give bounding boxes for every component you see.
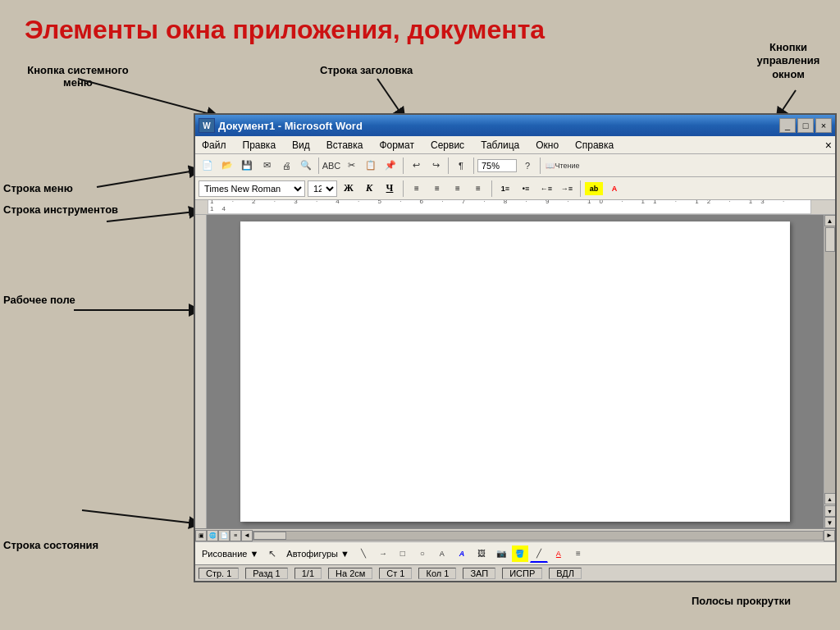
minimize-button[interactable]: _	[779, 118, 796, 133]
menu-window[interactable]: Окно	[532, 138, 562, 153]
hscroll-row: ▣ 🌐 📄 ≡ ◄ ►	[195, 528, 835, 541]
bullets-button[interactable]: •≡	[517, 180, 535, 198]
fill-color-tool[interactable]: 🪣	[512, 546, 528, 562]
copy-button[interactable]: 📋	[362, 157, 380, 175]
textbox-tool[interactable]: A	[433, 545, 451, 563]
paste-button[interactable]: 📌	[381, 157, 399, 175]
horizontal-scroll-thumb[interactable]	[253, 532, 286, 540]
window-controls-label: Кнопки управления окном	[743, 41, 833, 81]
wordart-tool[interactable]: A	[453, 545, 471, 563]
status-page: Стр. 1	[199, 568, 239, 579]
separator-4	[473, 158, 474, 174]
format-mark-button[interactable]: ¶	[452, 157, 470, 175]
scroll-down-button[interactable]: ▼	[824, 517, 836, 528]
indent-decrease-button[interactable]: ←≡	[537, 180, 555, 198]
view-layout-button[interactable]: 📄	[218, 530, 230, 541]
status-pages: 1/1	[294, 568, 322, 579]
menu-tools[interactable]: Сервис	[427, 138, 468, 153]
arrow-tool[interactable]: →	[374, 545, 392, 563]
status-line: Ст 1	[379, 568, 412, 579]
menu-insert[interactable]: Вставка	[323, 138, 367, 153]
image-tool[interactable]: 📷	[492, 545, 510, 563]
menu-table[interactable]: Таблица	[477, 138, 523, 153]
justify-button[interactable]: ≡	[469, 180, 487, 198]
zoom-select[interactable]: 75%	[477, 159, 517, 172]
title-bar: W Документ1 - Microsoft Word _ □ ×	[195, 115, 835, 136]
window-title: Документ1 - Microsoft Word	[218, 120, 779, 132]
preview-button[interactable]: 🔍	[297, 157, 315, 175]
menu-help[interactable]: Справка	[572, 138, 617, 153]
highlight-button[interactable]: ab	[585, 182, 603, 195]
font-select[interactable]: Times New Roman	[199, 180, 305, 197]
autoshapes-button[interactable]: Автофигуры ▼	[283, 547, 353, 560]
view-outline-button[interactable]: ≡	[230, 530, 241, 541]
open-button[interactable]: 📂	[218, 157, 236, 175]
menu-close-icon[interactable]: ×	[825, 139, 832, 152]
menu-bar-label: Строка меню	[3, 182, 73, 194]
horizontal-scroll-track[interactable]	[253, 531, 824, 541]
window-control-buttons[interactable]: _ □ ×	[779, 118, 832, 133]
reading-button[interactable]: 📖Чтение	[544, 157, 582, 175]
font-color-button[interactable]: A	[605, 180, 623, 198]
email-button[interactable]: ✉	[258, 157, 276, 175]
scroll-thumb-v[interactable]	[825, 227, 835, 252]
page-down-button[interactable]: ▼	[824, 505, 836, 517]
font-color-tool[interactable]: A	[550, 545, 568, 563]
scroll-left-button[interactable]: ◄	[241, 530, 253, 541]
menu-edit[interactable]: Правка	[240, 138, 280, 153]
undo-button[interactable]: ↩	[407, 157, 425, 175]
indent-increase-button[interactable]: →≡	[558, 180, 576, 198]
scroll-right-button[interactable]: ►	[824, 530, 835, 541]
document-page[interactable]	[240, 221, 790, 522]
align-center-button[interactable]: ≡	[428, 180, 446, 198]
word-window: W Документ1 - Microsoft Word _ □ × Файл …	[194, 113, 837, 582]
numbering-button[interactable]: 1≡	[496, 180, 514, 198]
scrollbars-label: Полосы прокрутки	[692, 595, 791, 607]
page-background: Элементы окна приложения, документа Кноп…	[0, 0, 840, 630]
drawing-button[interactable]: Рисование ▼	[199, 547, 262, 560]
view-web-button[interactable]: 🌐	[207, 530, 218, 541]
scroll-up-button[interactable]: ▲	[824, 215, 836, 226]
line-style-tool[interactable]: ≡	[569, 545, 587, 563]
drawing-toolbar: Рисование ▼ ↖ Автофигуры ▼ ╲ → □ ○ A A 🖼…	[195, 541, 835, 564]
align-right-button[interactable]: ≡	[449, 180, 467, 198]
vertical-ruler	[195, 215, 207, 528]
font-size-select[interactable]: 12	[308, 180, 337, 197]
align-left-button[interactable]: ≡	[408, 180, 426, 198]
menu-view[interactable]: Вид	[289, 138, 313, 153]
spell-button[interactable]: ABC	[322, 157, 340, 175]
view-normal-button[interactable]: ▣	[195, 530, 207, 541]
scroll-track-v[interactable]	[824, 226, 835, 493]
menu-file[interactable]: Файл	[199, 138, 230, 153]
page-up-button[interactable]: ▲	[824, 493, 836, 504]
line-tool[interactable]: ╲	[354, 545, 372, 563]
maximize-button[interactable]: □	[797, 118, 814, 133]
separator-1	[318, 158, 319, 174]
underline-button[interactable]: Ч	[381, 180, 399, 198]
svg-line-2	[779, 90, 796, 115]
zoom-help-button[interactable]: ?	[518, 157, 536, 175]
print-button[interactable]: 🖨	[277, 157, 295, 175]
menu-format[interactable]: Формат	[376, 138, 418, 153]
separator-3	[448, 158, 449, 174]
new-doc-button[interactable]: 📄	[199, 157, 217, 175]
italic-button[interactable]: К	[360, 180, 378, 198]
clipart-tool[interactable]: 🖼	[472, 545, 491, 563]
line-color-tool[interactable]: ╱	[530, 545, 548, 563]
pointer-tool[interactable]: ↖	[263, 545, 281, 563]
vertical-scrollbar[interactable]: ▲ ▲ ▼ ▼	[824, 215, 835, 528]
cut-button[interactable]: ✂	[342, 157, 360, 175]
bold-button[interactable]: Ж	[340, 180, 358, 198]
redo-button[interactable]: ↪	[427, 157, 445, 175]
save-button[interactable]: 💾	[238, 157, 256, 175]
sys-menu-label: Кнопка системного меню	[16, 64, 139, 89]
separator-5	[540, 158, 541, 174]
ellipse-tool[interactable]: ○	[413, 545, 431, 563]
page-content-area[interactable]	[207, 215, 824, 528]
svg-line-3	[97, 171, 195, 187]
rect-tool[interactable]: □	[394, 545, 412, 563]
close-button[interactable]: ×	[815, 118, 832, 133]
fmt-separator-3	[580, 180, 581, 197]
title-bar-label: Строка заголовка	[320, 64, 413, 76]
statusbar-label: Строка состояния	[3, 539, 98, 552]
